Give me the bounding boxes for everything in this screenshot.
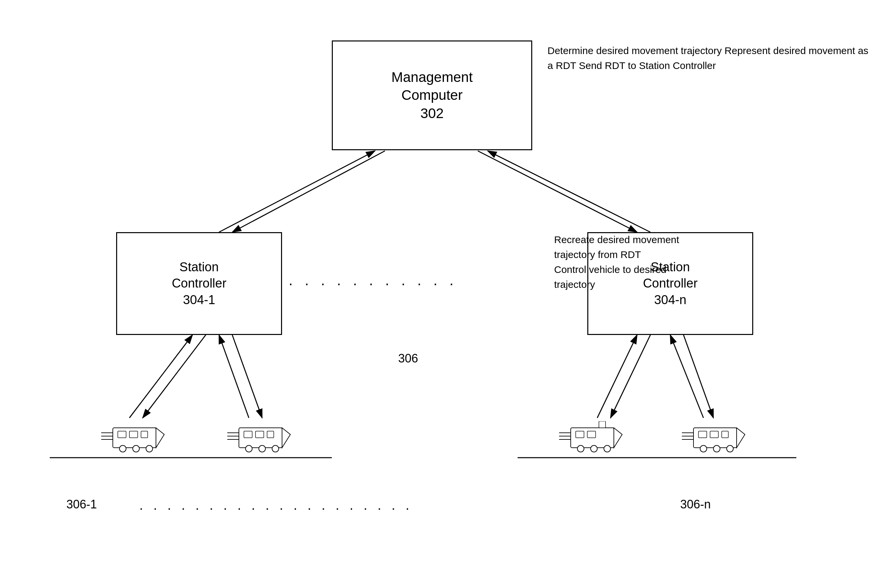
station-controller-left-box: StationController304-1 xyxy=(116,232,282,335)
svg-rect-32 xyxy=(256,431,264,438)
svg-rect-43 xyxy=(587,431,596,438)
svg-point-24 xyxy=(120,445,126,452)
train-left-2 xyxy=(226,421,299,458)
train-left-1 xyxy=(100,421,172,458)
management-computer-label: ManagementComputer302 xyxy=(391,68,473,123)
svg-rect-31 xyxy=(244,431,252,438)
svg-line-10 xyxy=(611,335,650,418)
svg-rect-22 xyxy=(141,431,148,438)
svg-point-26 xyxy=(146,445,153,452)
svg-line-12 xyxy=(597,335,637,418)
train-right-1 xyxy=(557,421,630,458)
label-306-n: 306-n xyxy=(680,497,711,511)
svg-line-7 xyxy=(232,335,262,418)
train-right-2 xyxy=(680,421,753,458)
svg-rect-20 xyxy=(118,431,126,438)
dots-bottom-row: · · · · · · · · · · · · · · · · · · · · xyxy=(139,501,412,516)
svg-line-8 xyxy=(129,335,192,418)
svg-point-47 xyxy=(591,445,597,452)
diagram-container: ManagementComputer302 Determine desired … xyxy=(0,0,871,588)
svg-point-37 xyxy=(272,445,279,452)
svg-point-25 xyxy=(133,445,139,452)
svg-point-48 xyxy=(604,445,611,452)
svg-point-59 xyxy=(727,445,733,452)
svg-rect-55 xyxy=(722,431,728,438)
svg-rect-53 xyxy=(699,431,707,438)
svg-line-4 xyxy=(478,151,637,232)
svg-marker-23 xyxy=(156,428,164,448)
svg-point-57 xyxy=(700,445,707,452)
label-306: 306 xyxy=(398,352,418,366)
annotation-middle-right: Recreate desired movementtrajectory from… xyxy=(554,232,679,292)
svg-rect-54 xyxy=(710,431,718,438)
station-controller-left-label: StationController304-1 xyxy=(172,259,227,308)
svg-rect-42 xyxy=(576,431,584,438)
svg-line-2 xyxy=(232,151,385,232)
svg-rect-21 xyxy=(129,431,138,438)
management-computer-box: ManagementComputer302 xyxy=(332,40,532,150)
svg-marker-56 xyxy=(736,428,745,448)
svg-line-3 xyxy=(219,151,375,232)
label-306-1: 306-1 xyxy=(66,497,97,511)
dots-middle-row: · · · · · · · · · · · xyxy=(289,275,458,292)
svg-point-35 xyxy=(245,445,252,452)
svg-marker-34 xyxy=(282,428,290,448)
svg-point-58 xyxy=(713,445,720,452)
annotation-top-right: Determine desired movement trajectory Re… xyxy=(548,43,871,73)
svg-point-36 xyxy=(259,445,265,452)
svg-line-9 xyxy=(219,335,249,418)
svg-line-13 xyxy=(670,335,703,418)
svg-marker-45 xyxy=(614,428,622,448)
svg-line-5 xyxy=(488,151,650,232)
svg-point-46 xyxy=(577,445,584,452)
svg-line-11 xyxy=(684,335,713,418)
svg-rect-44 xyxy=(599,421,606,428)
svg-line-6 xyxy=(143,335,206,418)
svg-rect-33 xyxy=(267,431,274,438)
